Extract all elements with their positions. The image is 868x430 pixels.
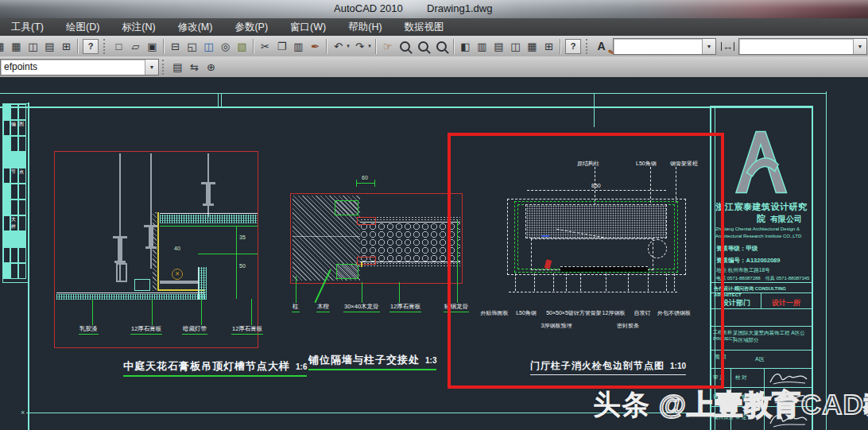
detail-1-label: 暗藏灯带	[182, 325, 207, 335]
menu-modify[interactable]: 修改(M)	[167, 18, 224, 36]
layer-combo-dropdown-icon[interactable]: ▼	[145, 60, 158, 75]
markup-set-icon[interactable]: ▤	[41, 38, 58, 55]
publish-icon[interactable]: ◫	[200, 38, 217, 55]
dept-value: 设计一所	[761, 298, 812, 308]
menu-window[interactable]: 窗口(W)	[279, 18, 337, 36]
detail-2-label: 30×40木龙骨	[343, 303, 380, 312]
image-edit-icon[interactable]: ▧	[234, 38, 250, 55]
menu-help[interactable]: 帮助(H)	[337, 18, 393, 36]
dim-label: 40	[174, 246, 180, 251]
detail-1-label: 12厚石膏板	[231, 325, 263, 335]
text-style-combo[interactable]: ▼	[613, 38, 716, 55]
company-name-2: 有限公司	[770, 214, 802, 225]
properties-palette-icon[interactable]: ◧	[457, 38, 474, 55]
layer-combo[interactable]: efpoints ▼	[0, 59, 159, 76]
calculator-icon[interactable]: ⊞	[541, 38, 557, 55]
zoom-realtime-icon[interactable]	[400, 41, 410, 52]
layer-properties-icon[interactable]: ▤	[169, 59, 186, 76]
detail-2-label: 木楔	[316, 303, 330, 312]
menu-tools[interactable]: 工具(T)	[0, 18, 55, 36]
table-icon[interactable]: ▦	[8, 38, 25, 55]
company-logo	[731, 125, 790, 203]
sheetset-icon[interactable]: ▦	[0, 38, 8, 55]
window-titlebar[interactable]: AutoCAD 2010 Drawing1.dwg	[0, 0, 868, 18]
highlight-rectangle	[448, 133, 724, 389]
undo-icon[interactable]: ↶	[330, 38, 347, 55]
redo-icon[interactable]: ↷	[351, 38, 368, 55]
company-name-en-2: Architectural Research Institute CO.,LTD	[715, 234, 801, 238]
match-properties-icon[interactable]: ✒	[307, 38, 324, 55]
zoom-previous-icon[interactable]	[436, 41, 447, 52]
menu-bar: 工具(T) 绘图(D) 标注(N) 修改(M) 参数(P) 窗口(W) 帮助(H…	[0, 18, 868, 37]
copy-icon[interactable]: ❐	[273, 38, 290, 55]
coop-row: 合作设计-顾问咨询 CONSULTING ARCHITECT	[714, 285, 812, 297]
item-value: A区	[755, 355, 765, 363]
menu-dataview[interactable]: 数据视图	[393, 18, 455, 36]
layer-states-icon[interactable]: ⊕	[203, 59, 219, 76]
etransmit-icon[interactable]: ◫	[25, 38, 41, 55]
company-name-en-1: Zhejiang Chentai Architectural Design &	[715, 227, 800, 231]
sig-row-label: 校 对	[735, 374, 747, 382]
plot-icon[interactable]: ⊟	[167, 38, 184, 55]
watermark-outline: @上壹教育CAD教学	[659, 389, 868, 420]
detail-1-label: 乳胶漆	[79, 325, 99, 335]
dim-label: 60	[362, 175, 368, 180]
menu-draw[interactable]: 绘图(D)	[55, 18, 110, 36]
redo-dropdown-icon[interactable]: ▾	[366, 43, 373, 49]
watermark-bold: 头条	[593, 389, 659, 420]
dim-style-dropdown-icon[interactable]: ▼	[853, 39, 866, 54]
dim-label: 35	[239, 234, 246, 240]
sheetset-manager-icon[interactable]: ◫	[507, 38, 524, 55]
help-button[interactable]: ?	[83, 39, 99, 54]
address-row: 地址 杭州市教工路18号	[716, 267, 770, 274]
save-icon[interactable]: ▣	[144, 38, 161, 55]
cut-icon[interactable]: ✂	[257, 38, 273, 55]
watermark: 头条 @上壹教育CAD教学	[593, 386, 868, 424]
text-style-dropdown-icon[interactable]: ▼	[702, 39, 715, 54]
new-file-icon[interactable]: □	[110, 38, 127, 55]
app-title: AutoCAD 2010	[334, 2, 403, 14]
title-block: 浙江宸泰建筑设计研究院 有限公司 Zhejiang Chentai Archit…	[710, 106, 813, 430]
project-value: 某国际大厦室内装饰工程 A区公共区域部分	[733, 329, 809, 343]
layer-combo-value: efpoints	[1, 61, 145, 72]
markup-manager-icon[interactable]: ▦	[524, 38, 541, 55]
detail-2-title: 铺位隔墙与柱子交接处1:3	[308, 352, 436, 370]
quickcalc-icon[interactable]: ⊞	[58, 38, 75, 55]
zoom-window-icon[interactable]	[418, 41, 428, 52]
detail-1-frame: ✕ 35 50 40 乳胶漆 12厚石膏板 暗藏灯带 12厚石膏板	[54, 151, 258, 348]
designcenter-icon[interactable]: ▥	[474, 38, 490, 55]
detail-1-label: 12厚石膏板	[130, 325, 162, 335]
pan-icon[interactable]: ☞	[379, 38, 396, 55]
dim-style-combo[interactable]: ▼	[738, 38, 867, 55]
menu-parametric[interactable]: 参数(P)	[223, 18, 279, 36]
document-title: Drawing1.dwg	[427, 2, 492, 14]
dim-style-icon[interactable]: ↔	[721, 42, 734, 51]
layer-previous-icon[interactable]: ⇆	[186, 59, 203, 76]
help-button-2[interactable]: ?	[565, 39, 581, 54]
menu-dimension[interactable]: 标注(N)	[110, 18, 166, 36]
layers-toolbar: efpoints ▼ ▤ ⇆ ⊕	[0, 56, 868, 78]
detail-2-label: 12厚石膏板	[389, 303, 421, 312]
undo-dropdown-icon[interactable]: ▾	[345, 43, 351, 49]
detail-2-label: 柱	[292, 303, 300, 312]
open-file-icon[interactable]: ▱	[127, 38, 144, 55]
plot-preview-icon[interactable]: ◱	[184, 38, 200, 55]
dim-label: 50	[239, 263, 246, 269]
paste-icon[interactable]: ▥	[290, 38, 307, 55]
tool-palettes-icon[interactable]: ▤	[490, 38, 507, 55]
text-style-icon[interactable]: A	[593, 38, 610, 55]
standard-toolbar: ▦ ▦ ◫ ▤ ⊞ ? □ ▱ ▣ ⊟ ◱ ◫ ◎ ▧ ✂ ❐ ▥ ✒ ↶ ▾ …	[0, 36, 868, 57]
detail-2-frame	[290, 193, 463, 284]
detail-1-title: 中庭天花石膏板吊顶灯槽节点大样1:6	[123, 358, 307, 377]
cert-row: 资质编号：A132002089	[716, 257, 780, 265]
web-icon[interactable]: ◎	[217, 38, 234, 55]
drawing-canvas[interactable]: × 编图 节点 大样	[0, 77, 868, 430]
autocad-window: AutoCAD 2010 Drawing1.dwg 工具(T) 绘图(D) 标注…	[0, 0, 868, 430]
phone-row: 电话 0571-88087288 传真 0571-88087345	[716, 275, 809, 282]
